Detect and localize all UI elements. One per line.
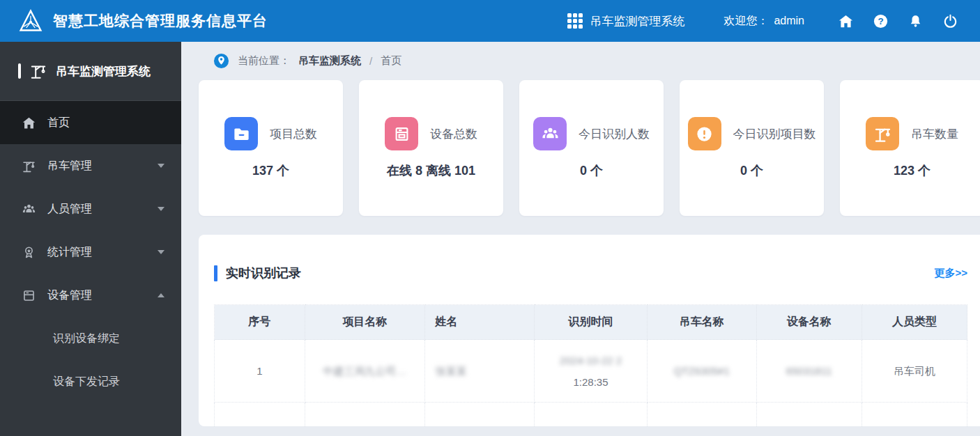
people-icon <box>21 201 36 217</box>
device-icon <box>21 288 36 303</box>
stat-value: 123 个 <box>894 162 931 179</box>
sidebar-item-home[interactable]: 首页 <box>0 101 181 144</box>
col-header-device: 设备名称 <box>756 305 862 340</box>
cell-index <box>215 403 305 427</box>
stat-value: 137 个 <box>252 162 289 179</box>
badge-icon <box>21 244 36 260</box>
caret-down-icon <box>158 250 164 254</box>
sidebar: 吊车监测管理系统 首页 吊车管理 人员管理 统计管理 <box>0 42 181 436</box>
people-icon <box>533 117 567 150</box>
breadcrumb-current: 首页 <box>381 54 401 68</box>
caret-up-icon <box>158 293 164 297</box>
cell-project-redacted: 中建三局九公司… <box>323 365 406 377</box>
sidebar-item-crane-management[interactable]: 吊车管理 <box>0 144 181 187</box>
main-content: 当前位置： 吊车监测系统 / 首页 项目总数 137 个 设备总数 在线 8 离… <box>181 42 980 436</box>
apps-grid-icon <box>567 13 583 29</box>
crane-icon <box>866 117 899 150</box>
username: admin <box>774 15 804 27</box>
table-row: 2024-10-22 1 <box>215 403 967 427</box>
stat-card-projects: 项目总数 137 个 <box>199 80 343 216</box>
panel-title: 实时识别记录 <box>226 265 301 281</box>
sidebar-subitem-label: 识别设备绑定 <box>53 332 120 346</box>
col-header-time: 识别时间 <box>534 305 647 340</box>
cell-time: 2024-10-22 2 1:28:35 <box>534 340 647 403</box>
col-header-project: 项目名称 <box>305 305 425 340</box>
stat-card-devices: 设备总数 在线 8 离线 101 <box>359 80 503 216</box>
breadcrumb-root[interactable]: 吊车监测系统 <box>298 54 361 68</box>
app-logo-icon <box>18 8 43 33</box>
cell-crane <box>647 403 756 427</box>
crane-icon <box>29 62 47 80</box>
col-header-person-type: 人员类型 <box>862 305 967 340</box>
section-accent-bar <box>214 265 217 281</box>
sidebar-menu: 首页 吊车管理 人员管理 统计管理 设备管理 <box>0 101 181 403</box>
device-icon <box>385 117 418 150</box>
stat-value: 0 个 <box>740 162 763 179</box>
sidebar-item-label: 首页 <box>47 116 164 130</box>
sidebar-item-statistics-management[interactable]: 统计管理 <box>0 231 181 274</box>
stat-title: 吊车数量 <box>911 126 958 142</box>
sidebar-subitem-device-binding[interactable]: 识别设备绑定 <box>0 317 181 360</box>
system-switcher[interactable]: 吊车监测管理系统 <box>567 13 684 29</box>
cell-person-type: 吊车司机 <box>862 340 967 403</box>
cell-crane-redacted: QTZ6305#1 <box>674 365 730 377</box>
sidebar-item-label: 统计管理 <box>47 245 158 260</box>
sidebar-title: 吊车监测管理系统 <box>0 42 181 101</box>
sidebar-title-label: 吊车监测管理系统 <box>56 63 151 79</box>
caret-down-icon <box>158 207 164 211</box>
app-title: 智慧工地综合管理服务信息平台 <box>53 11 268 31</box>
stat-value: 在线 8 离线 101 <box>387 162 475 179</box>
bell-icon[interactable] <box>907 13 924 29</box>
cell-person-type <box>862 403 967 427</box>
cell-index: 1 <box>215 340 305 403</box>
stat-card-cranes: 吊车数量 123 个 <box>840 80 980 216</box>
stat-cards: 项目总数 137 个 设备总数 在线 8 离线 101 今日识别人数 0 个 <box>199 80 980 216</box>
cell-name <box>425 403 535 427</box>
top-header: 智慧工地综合管理服务信息平台 吊车监测管理系统 欢迎您： admin ? <box>0 0 980 42</box>
sidebar-item-label: 吊车管理 <box>47 159 158 173</box>
current-system-name: 吊车监测管理系统 <box>590 13 684 29</box>
stat-card-today-projects: 今日识别项目数 0 个 <box>680 80 824 216</box>
stat-card-today-people: 今日识别人数 0 个 <box>519 80 664 216</box>
welcome-text: 欢迎您： admin <box>723 14 804 29</box>
stat-title: 今日识别人数 <box>579 126 650 142</box>
cell-project <box>305 403 425 427</box>
sidebar-item-device-management[interactable]: 设备管理 <box>0 274 181 317</box>
welcome-label: 欢迎您： <box>723 14 768 29</box>
alert-icon <box>688 117 721 150</box>
power-icon[interactable] <box>942 13 958 29</box>
records-table: 序号 项目名称 姓名 识别时间 吊车名称 设备名称 人员类型 1 中建三局九公司… <box>214 304 967 426</box>
sidebar-item-label: 人员管理 <box>47 202 158 217</box>
realtime-records-panel: 实时识别记录 更多>> 序号 项目名称 姓名 识别时间 吊车名称 设备名称 人员… <box>199 235 980 426</box>
cell-name-redacted: 张某某 <box>435 365 466 377</box>
stat-title: 今日识别项目数 <box>733 126 816 142</box>
svg-text:?: ? <box>878 16 883 26</box>
breadcrumb-separator: / <box>369 55 372 67</box>
more-link[interactable]: 更多>> <box>934 267 967 280</box>
col-header-index: 序号 <box>215 305 305 340</box>
breadcrumb: 当前位置： 吊车监测系统 / 首页 <box>181 42 980 79</box>
cell-time-clock: 1:28:35 <box>535 371 647 393</box>
table-header-row: 序号 项目名称 姓名 识别时间 吊车名称 设备名称 人员类型 <box>215 305 967 340</box>
table-row: 1 中建三局九公司… 张某某 2024-10-22 2 1:28:35 QTZ6… <box>215 340 967 403</box>
stat-title: 设备总数 <box>430 126 477 142</box>
stat-value: 0 个 <box>580 162 603 179</box>
stat-title: 项目总数 <box>270 126 317 142</box>
help-icon[interactable]: ? <box>872 13 889 29</box>
caret-down-icon <box>158 164 164 168</box>
col-header-name: 姓名 <box>425 305 535 340</box>
breadcrumb-prefix: 当前位置： <box>238 54 290 68</box>
cell-device-redacted: 65031811 <box>786 365 832 377</box>
home-icon[interactable] <box>837 13 854 29</box>
sidebar-item-label: 设备管理 <box>47 288 158 303</box>
location-pin-icon <box>213 53 229 69</box>
cell-time-date-redacted: 2024-10-22 2 <box>560 355 622 366</box>
brand: 智慧工地综合管理服务信息平台 <box>0 8 268 33</box>
sidebar-subitem-label: 设备下发记录 <box>53 375 120 389</box>
sidebar-subitem-device-dispatch-records[interactable]: 设备下发记录 <box>0 360 181 403</box>
col-header-crane: 吊车名称 <box>647 305 756 340</box>
sidebar-item-personnel-management[interactable]: 人员管理 <box>0 187 181 231</box>
home-icon <box>21 115 36 130</box>
crane-icon <box>21 158 36 173</box>
cell-device <box>756 403 862 427</box>
